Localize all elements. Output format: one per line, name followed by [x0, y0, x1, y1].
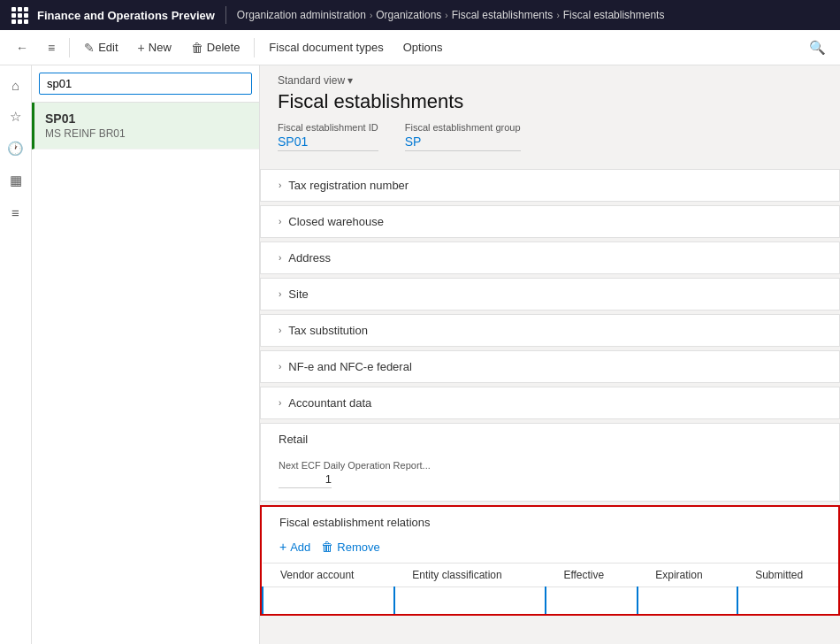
retail-field-value[interactable]: 1 — [279, 472, 332, 488]
field-group-group: Fiscal establishment group SP — [405, 122, 521, 151]
field-id-label: Fiscal establishment ID — [278, 122, 378, 133]
action-bar-sep2 — [254, 38, 255, 58]
sidebar-icons: ⌂ ☆ 🕐 ▦ ≡ — [0, 65, 32, 644]
main-layout: ⌂ ☆ 🕐 ▦ ≡ SP01 MS REINF BR01 Stan — [0, 65, 840, 644]
new-button[interactable]: + New — [129, 34, 180, 62]
section-tax-registration-label: Tax registration number — [288, 179, 409, 192]
search-button[interactable]: 🔍 — [802, 36, 833, 59]
chevron-right-icon2: › — [279, 217, 281, 226]
list-items: SP01 MS REINF BR01 — [32, 103, 259, 644]
add-icon: + — [279, 540, 286, 554]
section-accountant-label: Accountant data — [288, 396, 371, 410]
chevron-right-icon4: › — [279, 289, 281, 299]
sidebar-grid-btn[interactable]: ▦ — [2, 166, 30, 195]
list-item[interactable]: SP01 MS REINF BR01 — [32, 103, 259, 150]
section-nfe-header[interactable]: › NF-e and NFC-e federal — [261, 351, 839, 382]
standard-view-label: Standard view — [278, 74, 345, 87]
options-button[interactable]: Options — [394, 34, 452, 62]
back-button[interactable]: ← — [7, 34, 37, 62]
col-effective: Effective — [546, 564, 638, 587]
section-site: › Site — [260, 278, 840, 310]
search-icon: 🔍 — [809, 40, 826, 55]
fer-table-empty-row — [263, 587, 838, 614]
sections-wrapper: › Tax registration number › Closed wareh… — [260, 169, 840, 616]
sidebar-list-btn[interactable]: ≡ — [2, 198, 30, 226]
fiscal-doc-label: Fiscal document types — [269, 41, 383, 54]
chevron-right-icon3: › — [279, 253, 281, 263]
section-retail: Retail Next ECF Daily Operation Report..… — [260, 423, 840, 502]
breadcrumb-item-2[interactable]: Organizations — [376, 9, 441, 21]
col-expiration: Expiration — [638, 564, 737, 587]
section-site-header[interactable]: › Site — [261, 279, 839, 310]
breadcrumb-item-1[interactable]: Organization administration — [237, 9, 366, 21]
app-grid-menu[interactable] — [9, 4, 30, 26]
star-icon: ☆ — [10, 109, 21, 125]
section-closed-warehouse: › Closed warehouse — [260, 205, 840, 238]
clock-icon: 🕐 — [7, 141, 24, 157]
new-label: New — [149, 41, 172, 54]
field-group-id: Fiscal establishment ID SP01 — [278, 122, 378, 151]
detail-header: Standard view ▾ Fiscal establishments Fi… — [260, 65, 840, 169]
section-tax-substitution: › Tax substitution — [260, 314, 840, 347]
chevron-right-icon6: › — [279, 362, 281, 372]
breadcrumb-item-3[interactable]: Fiscal establishments — [452, 9, 554, 21]
edit-icon: ✎ — [84, 41, 95, 55]
section-retail-header[interactable]: Retail — [261, 424, 839, 455]
fer-header: Fiscal establishment relations — [262, 507, 838, 534]
section-site-label: Site — [288, 288, 308, 301]
list-panel: SP01 MS REINF BR01 — [32, 65, 260, 644]
fer-add-label: Add — [290, 540, 310, 554]
search-input[interactable] — [39, 73, 252, 95]
fiscal-doc-button[interactable]: Fiscal document types — [260, 34, 392, 62]
section-retail-label: Retail — [279, 433, 308, 446]
action-bar: ← ≡ ✎ Edit + New 🗑 Delete Fiscal documen… — [0, 30, 840, 65]
fer-add-button[interactable]: + Add — [279, 538, 310, 556]
hamburger-icon: ≡ — [48, 41, 55, 55]
sidebar-home-btn[interactable]: ⌂ — [2, 71, 30, 99]
section-tax-registration: › Tax registration number — [260, 169, 840, 202]
section-address-label: Address — [288, 251, 331, 264]
top-bar: Finance and Operations Preview Organizat… — [0, 0, 840, 30]
detail-panel: Standard view ▾ Fiscal establishments Fi… — [260, 65, 840, 644]
page-title: Fiscal establishments — [278, 90, 822, 113]
delete-icon: 🗑 — [191, 41, 203, 55]
section-nfe-label: NF-e and NFC-e federal — [288, 360, 411, 373]
fer-empty-cell — [263, 587, 394, 614]
section-tax-registration-header[interactable]: › Tax registration number — [261, 170, 839, 201]
sidebar-star-btn[interactable]: ☆ — [2, 103, 30, 131]
field-group-label: Fiscal establishment group — [405, 122, 521, 133]
sidebar-clock-btn[interactable]: 🕐 — [2, 134, 30, 163]
standard-view-toggle[interactable]: Standard view ▾ — [278, 74, 822, 87]
fer-remove-button[interactable]: 🗑 Remove — [321, 538, 379, 556]
grid-icon: ▦ — [10, 172, 22, 188]
section-closed-warehouse-header[interactable]: › Closed warehouse — [261, 206, 839, 237]
col-vendor-account: Vendor account — [263, 564, 394, 587]
remove-icon: 🗑 — [321, 540, 333, 554]
section-address: › Address — [260, 242, 840, 274]
chevron-right-icon: › — [279, 180, 281, 190]
menu-button[interactable]: ≡ — [39, 34, 64, 62]
field-group-value[interactable]: SP — [405, 134, 521, 151]
list-item-id: SP01 — [45, 111, 248, 126]
list-item-subtitle: MS REINF BR01 — [45, 127, 248, 140]
col-entity-classification: Entity classification — [394, 564, 546, 587]
back-icon: ← — [16, 41, 28, 55]
section-accountant: › Accountant data — [260, 387, 840, 419]
section-tax-substitution-header[interactable]: › Tax substitution — [261, 315, 839, 346]
section-tax-substitution-label: Tax substitution — [288, 324, 368, 337]
delete-button[interactable]: 🗑 Delete — [182, 34, 249, 62]
retail-field-label: Next ECF Daily Operation Report... — [279, 460, 821, 471]
section-address-header[interactable]: › Address — [261, 242, 839, 273]
col-submitted: Submitted — [737, 564, 838, 587]
breadcrumb-item-4[interactable]: Fiscal establishments — [563, 9, 665, 21]
list-icon: ≡ — [11, 205, 19, 220]
chevron-right-icon5: › — [279, 326, 281, 335]
edit-button[interactable]: ✎ Edit — [75, 34, 126, 62]
action-bar-sep1 — [69, 38, 70, 58]
section-closed-warehouse-label: Closed warehouse — [288, 215, 384, 228]
chevron-down-icon: ▾ — [347, 74, 353, 87]
field-id-value[interactable]: SP01 — [278, 134, 378, 151]
app-title: Finance and Operations Preview — [37, 9, 215, 22]
edit-label: Edit — [98, 41, 118, 54]
section-accountant-header[interactable]: › Accountant data — [261, 387, 839, 418]
